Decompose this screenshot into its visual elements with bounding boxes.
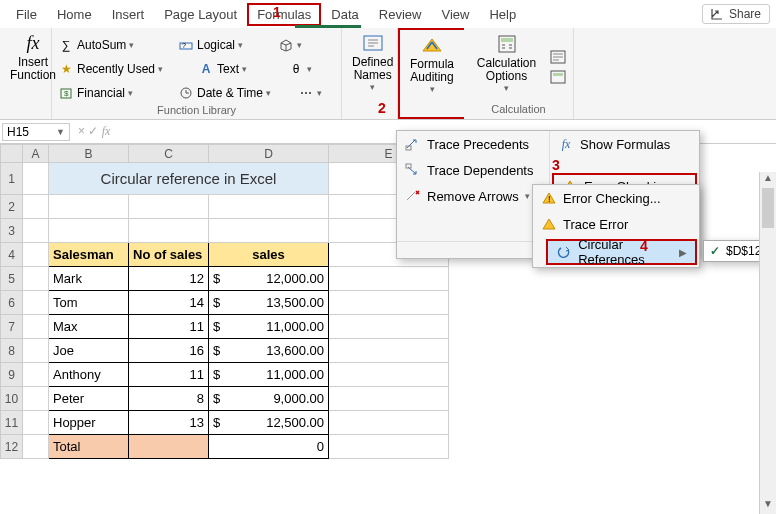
tab-file[interactable]: File: [6, 3, 47, 26]
more-functions-2[interactable]: θ: [288, 58, 318, 80]
callout-4: 4: [640, 238, 648, 254]
cell-b10[interactable]: Peter: [49, 387, 129, 411]
cell-b9[interactable]: Anthony: [49, 363, 129, 387]
svg-rect-7: [501, 38, 513, 42]
tab-formulas[interactable]: Formulas: [247, 3, 321, 26]
cell-d10[interactable]: $9,000.00: [209, 387, 329, 411]
svg-text:$: $: [64, 89, 69, 98]
tab-insert[interactable]: Insert: [102, 3, 155, 26]
calc-options-icon: [494, 33, 520, 55]
tab-home[interactable]: Home: [47, 3, 102, 26]
cell-d11[interactable]: $12,500.00: [209, 411, 329, 435]
group-label-calculation: Calculation: [470, 103, 567, 117]
header-salesman[interactable]: Salesman: [49, 243, 129, 267]
cube-icon: [278, 37, 294, 53]
trace-precedents-item[interactable]: Trace Precedents: [397, 131, 549, 157]
cell-b5[interactable]: Mark: [49, 267, 129, 291]
fx-icon: fx: [20, 32, 46, 54]
cell-c9[interactable]: 11: [129, 363, 209, 387]
cell-b12-total[interactable]: Total: [49, 435, 129, 459]
tab-review[interactable]: Review: [369, 3, 432, 26]
cell-c7[interactable]: 11: [129, 315, 209, 339]
formula-bar-buttons: × ✓ fx: [72, 124, 116, 139]
datetime-button[interactable]: Date & Time: [178, 82, 288, 104]
clock-icon: [178, 85, 194, 101]
logical-icon: ?: [178, 37, 194, 53]
text-icon: A: [198, 61, 214, 77]
tab-help[interactable]: Help: [479, 3, 526, 26]
cell-c6[interactable]: 14: [129, 291, 209, 315]
share-icon: [711, 8, 725, 20]
name-box[interactable]: H15 ▼: [2, 123, 70, 141]
col-header-c[interactable]: C: [129, 145, 209, 163]
cell-c10[interactable]: 8: [129, 387, 209, 411]
circular-references-item[interactable]: Circular References ▶: [546, 239, 697, 265]
cell-d7[interactable]: $11,000.00: [209, 315, 329, 339]
cell-b11[interactable]: Hopper: [49, 411, 129, 435]
cell-b7[interactable]: Max: [49, 315, 129, 339]
defined-names-button[interactable]: Defined Names: [348, 30, 397, 102]
scroll-down-icon[interactable]: ▼: [760, 498, 776, 514]
share-button[interactable]: Share: [702, 4, 770, 24]
show-formulas-item[interactable]: fx Show Formulas: [550, 131, 699, 157]
check-icon: ✓: [710, 244, 720, 258]
formula-auditing-button[interactable]: Formula Auditing: [406, 32, 458, 104]
financial-button[interactable]: $ Financial: [58, 82, 168, 104]
cell-b8[interactable]: Joe: [49, 339, 129, 363]
callout-3: 3: [550, 157, 562, 173]
text-button[interactable]: A Text: [198, 58, 278, 80]
scroll-up-icon[interactable]: ▲: [760, 172, 776, 188]
logical-button[interactable]: ? Logical: [178, 34, 268, 56]
col-header-a[interactable]: A: [23, 145, 49, 163]
tab-data[interactable]: Data: [321, 3, 368, 26]
trace-dependents-icon: [405, 162, 421, 178]
theta-icon: θ: [288, 61, 304, 77]
error-checking-sub-icon: !: [541, 190, 557, 206]
trace-error-item[interactable]: Trace Error: [533, 211, 699, 237]
recently-used-button[interactable]: ★ Recently Used: [58, 58, 188, 80]
formula-auditing-icon: [419, 34, 445, 56]
scrollbar-thumb[interactable]: [762, 188, 774, 228]
tab-pagelayout[interactable]: Page Layout: [154, 3, 247, 26]
calculation-options-button[interactable]: Calculation Options: [470, 31, 543, 103]
vertical-scrollbar[interactable]: ▲ ▼: [759, 172, 776, 514]
chevron-down-icon: ▼: [56, 127, 65, 137]
calc-now-icon[interactable]: [549, 49, 567, 65]
autosum-button[interactable]: ∑ AutoSum: [58, 34, 168, 56]
cell-c12[interactable]: [129, 435, 209, 459]
cell-d6[interactable]: $13,500.00: [209, 291, 329, 315]
svg-text:!: !: [548, 194, 551, 204]
cell-d9[interactable]: $11,000.00: [209, 363, 329, 387]
dots-icon: ⋯: [298, 85, 314, 101]
title-cell[interactable]: Circular reference in Excel: [49, 163, 329, 195]
worksheet-grid[interactable]: A B C D E 1Circular reference in Excel 2…: [0, 144, 449, 459]
cell-d12[interactable]: 0: [209, 435, 329, 459]
financial-icon: $: [58, 85, 74, 101]
defined-names-icon: [360, 32, 386, 54]
tab-view[interactable]: View: [431, 3, 479, 26]
cell-c5[interactable]: 12: [129, 267, 209, 291]
share-label: Share: [729, 7, 761, 21]
cell-d5[interactable]: $12,000.00: [209, 267, 329, 291]
sigma-icon: ∑: [58, 37, 74, 53]
callout-1: 1: [273, 4, 281, 20]
cell-c8[interactable]: 16: [129, 339, 209, 363]
more-functions-3[interactable]: ⋯: [298, 82, 328, 104]
cell-c11[interactable]: 13: [129, 411, 209, 435]
trace-error-icon: [541, 216, 557, 232]
col-header-d[interactable]: D: [209, 145, 329, 163]
cell-b6[interactable]: Tom: [49, 291, 129, 315]
header-nosales[interactable]: No of sales: [129, 243, 209, 267]
submenu-arrow-icon: ▶: [679, 247, 687, 258]
more-functions-1[interactable]: [278, 34, 308, 56]
header-sales[interactable]: sales: [209, 243, 329, 267]
error-checking-subitem[interactable]: ! Error Checking...: [533, 185, 699, 211]
col-header-b[interactable]: B: [49, 145, 129, 163]
active-tab-underline: [295, 25, 361, 28]
trace-dependents-item[interactable]: Trace Dependents: [397, 157, 549, 183]
circular-references-icon: [556, 244, 572, 260]
remove-arrows-item[interactable]: Remove Arrows: [397, 183, 549, 209]
calc-sheet-icon[interactable]: [549, 69, 567, 85]
callout-2: 2: [378, 100, 386, 116]
cell-d8[interactable]: $13,600.00: [209, 339, 329, 363]
